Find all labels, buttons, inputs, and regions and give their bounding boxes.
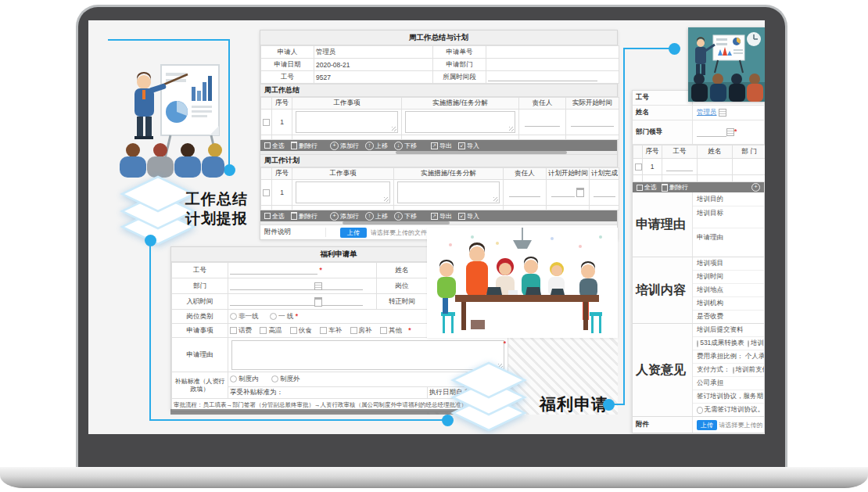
dept-input-tail[interactable]	[322, 282, 363, 290]
radio-icon	[270, 313, 277, 320]
field-training-project[interactable]: 培训项目	[693, 257, 764, 271]
upload-button[interactable]: 上传	[697, 420, 717, 430]
import-button[interactable]: ↙导入	[458, 212, 479, 221]
plan-measure-textarea[interactable]	[397, 181, 500, 203]
apply-dept-value[interactable]	[486, 59, 619, 71]
add-row-button[interactable]: +添加行	[330, 212, 359, 221]
row-index: 1	[272, 110, 292, 135]
picker-icon[interactable]	[719, 109, 726, 117]
checkbox-heat[interactable]: 高温	[260, 326, 282, 334]
calendar-icon[interactable]	[314, 297, 322, 307]
weekly-info-table: 申请人 管理员 申请单号 申请日期 2020-08-21 申请部门 工号 952…	[260, 45, 619, 84]
upload-button[interactable]: 上传	[340, 228, 367, 238]
layers-icon	[450, 361, 528, 433]
move-up-button[interactable]: ↑上移	[365, 212, 388, 221]
move-up-button[interactable]: ↑上移	[365, 142, 388, 150]
apply-date-value: 2020-08-21	[314, 59, 433, 71]
radio-non-frontline[interactable]: 非一线	[230, 312, 259, 320]
people-emp-input[interactable]	[666, 163, 693, 171]
training-classroom-illustration	[688, 27, 765, 102]
summary-hscrollbar	[260, 151, 617, 154]
row-checkbox[interactable]	[635, 163, 642, 171]
field-training-place[interactable]: 培训地点	[693, 284, 764, 297]
delete-row-button[interactable]: 删除行	[291, 212, 317, 221]
callout-line2: 计划提报	[185, 209, 248, 228]
calendar-icon[interactable]	[576, 188, 584, 197]
checkbox-other[interactable]: 其他	[380, 326, 402, 334]
checkbox-house[interactable]: 房补	[350, 326, 372, 334]
plus-icon[interactable]: +	[751, 183, 760, 192]
row-checkbox[interactable]	[263, 189, 270, 196]
col-start: 实际开始时间	[566, 98, 619, 110]
plan-start-input[interactable]	[551, 189, 575, 197]
scroll-thumb[interactable]	[343, 221, 450, 224]
work-item-textarea[interactable]	[296, 111, 398, 133]
name-link[interactable]: 管理员	[697, 108, 717, 116]
radio-frontline[interactable]: 一 线	[270, 312, 293, 320]
picker-icon[interactable]	[314, 282, 322, 290]
trash-icon	[291, 142, 297, 149]
add-row-button[interactable]: +添加行	[330, 142, 359, 150]
owner-input[interactable]	[525, 118, 560, 127]
col-check	[633, 145, 643, 159]
people-dept-cell[interactable]	[733, 159, 766, 175]
radio-icon	[230, 375, 237, 382]
radio-in-system[interactable]: 制度内	[230, 375, 259, 382]
export-icon: ↗	[431, 213, 438, 220]
welfare-form-bottom-bar	[170, 409, 461, 415]
field-531-option[interactable]: 531成果转换表培训	[693, 337, 764, 350]
field-pay-method[interactable]: 支付方式：培训前支付	[693, 364, 764, 377]
leader-input[interactable]	[697, 128, 726, 137]
field-company-bear: 公司承担	[693, 377, 764, 390]
field-training-goal[interactable]: 培训目标	[693, 206, 764, 228]
row-checkbox[interactable]	[263, 119, 270, 126]
col-plan-finish: 计划完成	[590, 168, 619, 180]
checkbox-meal[interactable]: 伙食	[290, 326, 312, 334]
select-all-button[interactable]: 全选	[264, 212, 285, 221]
people-name-cell[interactable]	[698, 159, 733, 175]
plan-owner-input[interactable]	[509, 189, 540, 197]
checkbox-phone[interactable]: 话费	[230, 326, 252, 334]
emp-no-input[interactable]	[230, 266, 317, 275]
move-down-button[interactable]: ↓下移	[394, 142, 417, 150]
checkbox-icon	[637, 185, 643, 191]
export-button[interactable]: ↗导出	[431, 212, 452, 221]
import-button[interactable]: ↙导入	[458, 142, 479, 150]
plan-item-textarea[interactable]	[296, 181, 390, 203]
radio-icon	[697, 340, 698, 347]
hire-date-input-tail[interactable]	[322, 297, 363, 306]
move-down-button[interactable]: ↓下移	[394, 212, 417, 221]
select-all-button[interactable]: 全选	[264, 142, 285, 150]
export-button[interactable]: ↗导出	[431, 142, 452, 150]
measure-textarea[interactable]	[405, 111, 515, 133]
field-apply-reason[interactable]: 申请理由	[693, 228, 764, 257]
applicant-value: 管理员	[314, 46, 433, 59]
actual-start-input[interactable]	[571, 118, 614, 127]
order-no-value[interactable]	[486, 46, 619, 59]
callout-work-summary: 工作总结 计划提报	[185, 189, 248, 228]
panel-emp-label: 工号	[633, 91, 693, 105]
field-no-agreement[interactable]: 无需签订培训协议。	[693, 404, 764, 416]
col-idx: 序号	[272, 98, 292, 110]
hire-date-input[interactable]	[230, 297, 314, 306]
arrow-up-icon: ↑	[365, 212, 374, 221]
period-input[interactable]	[488, 73, 597, 81]
field-training-fee[interactable]: 是否收费	[693, 311, 764, 323]
radio-out-system[interactable]: 制度外	[271, 375, 300, 382]
dept-input[interactable]	[230, 282, 314, 290]
plan-finish-input[interactable]	[594, 189, 615, 197]
field-training-purpose[interactable]: 培训目的	[693, 192, 764, 206]
delete-row-button[interactable]: 删除行	[291, 142, 317, 150]
field-training-org[interactable]: 培训机构	[693, 297, 764, 311]
delete-row-button[interactable]: 删除行	[662, 183, 688, 192]
panel-attachment-row: 附件 上传 请选择要上传的	[633, 417, 764, 433]
panel-leader-label: 部门领导	[633, 120, 693, 144]
connector-dot	[224, 164, 235, 176]
select-all-button[interactable]: 全选	[637, 183, 657, 192]
scroll-thumb[interactable]	[396, 151, 567, 154]
reason-group-label: 申请理由	[633, 192, 693, 257]
connector-line	[149, 419, 448, 421]
picker-icon[interactable]	[726, 128, 734, 136]
field-training-time[interactable]: 培训时间	[693, 271, 764, 284]
checkbox-car[interactable]: 车补	[320, 326, 342, 334]
